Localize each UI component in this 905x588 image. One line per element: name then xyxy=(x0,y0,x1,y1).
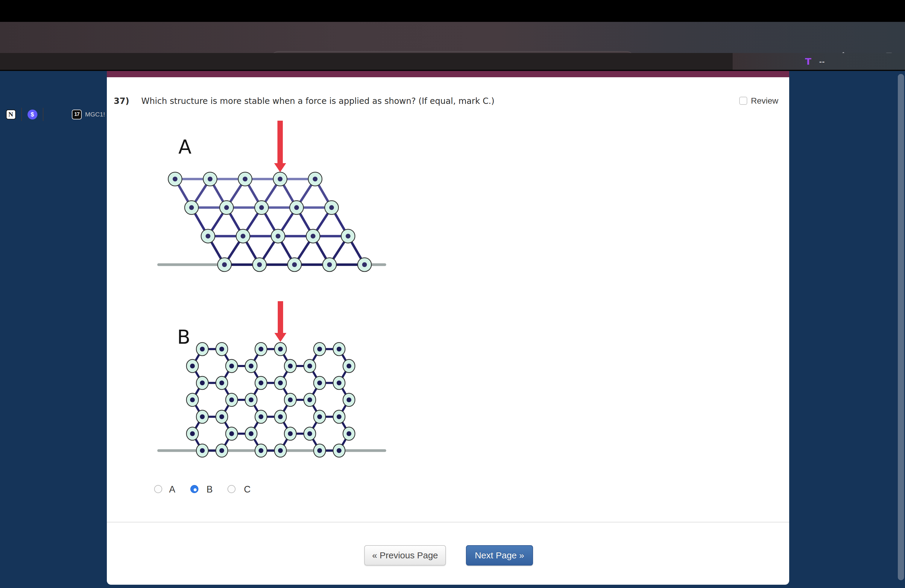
review-checkbox[interactable] xyxy=(739,97,747,105)
radio-label-b: B xyxy=(206,484,213,495)
stripe-icon: $ xyxy=(27,110,37,119)
svg-text:B: B xyxy=(177,326,191,348)
overflow-tab-t[interactable]: T xyxy=(805,56,811,67)
review-label: Review xyxy=(751,96,778,106)
tab-separator xyxy=(21,108,22,121)
menu-bar-black-strip xyxy=(0,0,905,22)
tradingview-icon: 17 xyxy=(72,110,82,119)
overflow-dashes: -- xyxy=(819,57,825,66)
pinned-tab-stripe[interactable]: $ xyxy=(23,106,42,123)
svg-text:A: A xyxy=(178,136,192,158)
radio-label-a: A xyxy=(169,484,175,495)
radio-label-c: C xyxy=(244,484,251,495)
structure-b-figure: B xyxy=(150,296,395,467)
radio-option-a[interactable] xyxy=(154,485,162,493)
notion-icon: N xyxy=(6,110,16,119)
safari-window: surveys.vitapowered.com ↻ N $ xyxy=(0,0,905,588)
content-divider xyxy=(107,522,789,523)
radio-option-b[interactable] xyxy=(191,485,198,493)
structure-a-figure: A xyxy=(150,114,395,275)
pinned-tab-notion[interactable]: N xyxy=(1,106,21,123)
tab-separator xyxy=(43,108,43,121)
question-number: 37) xyxy=(114,96,129,106)
next-page-button[interactable]: Next Page » xyxy=(466,545,533,566)
survey-header-bar xyxy=(107,71,789,77)
window-scrollbar-thumb[interactable] xyxy=(898,74,904,580)
browser-toolbar: surveys.vitapowered.com ↻ xyxy=(0,22,905,53)
radio-option-c[interactable] xyxy=(227,485,235,493)
tab-bar-overflow-area: T -- xyxy=(733,53,905,70)
question-text: Which structure is more stable when a fo… xyxy=(141,96,494,106)
previous-page-button[interactable]: « Previous Page xyxy=(364,545,446,566)
